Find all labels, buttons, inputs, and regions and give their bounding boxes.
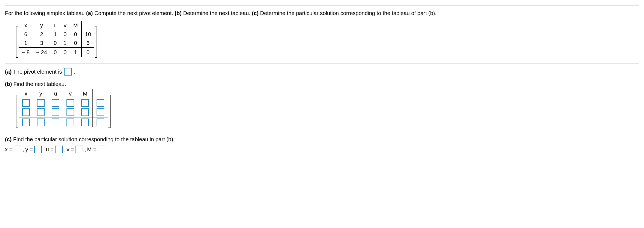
M-label: M = [87, 145, 96, 154]
tableau-input[interactable] [22, 108, 30, 116]
cell: 1 [50, 30, 60, 39]
col-header-y: y [33, 89, 48, 98]
tableau-input[interactable] [52, 108, 59, 116]
cell: 0 [82, 48, 94, 57]
v-input[interactable] [76, 146, 83, 153]
cell: 0 [70, 39, 82, 48]
intro-a-bold: (a) [86, 10, 93, 16]
x-label: x = [5, 145, 12, 154]
col-header-M: M [78, 89, 93, 98]
cell: 1 [19, 39, 33, 48]
cell: 1 [70, 48, 82, 57]
tableau-input[interactable] [66, 108, 74, 116]
col-header-v: v [60, 21, 70, 30]
problem-statement: For the following simplex tableau (a) Co… [5, 9, 639, 17]
cell: 6 [19, 30, 33, 39]
cell: 0 [60, 48, 70, 57]
part-a-text: The pivot element is [11, 69, 62, 75]
part-b-label: (b) [5, 81, 12, 87]
cell: 1 [60, 39, 70, 48]
col-header-u: u [50, 21, 60, 30]
tableau-input[interactable] [22, 99, 30, 107]
tableau-input[interactable] [37, 108, 45, 116]
part-c-label: (c) [5, 136, 11, 142]
tableau-input[interactable] [81, 119, 89, 126]
col-header-u: u [48, 89, 63, 98]
cell: 0 [50, 39, 60, 48]
tableau-input[interactable] [81, 99, 89, 107]
u-label: u = [46, 145, 54, 154]
intro-c-text: Determine the particular solution corres… [259, 10, 436, 16]
tableau-input[interactable] [97, 108, 104, 116]
comma: , [43, 145, 45, 154]
cell: − 8 [19, 48, 33, 57]
intro-c-bold: (c) [252, 10, 259, 16]
tableau-input[interactable] [81, 108, 89, 116]
cell: − 24 [33, 48, 50, 57]
intro-a-text: Compute the next pivot element. [93, 10, 175, 16]
u-input[interactable] [55, 146, 63, 153]
intro-lead: For the following simplex tableau [5, 10, 86, 16]
intro-b-bold: (b) [175, 10, 182, 16]
tableau-input[interactable] [37, 119, 45, 126]
col-header-M: M [70, 21, 82, 30]
table-row [19, 108, 108, 117]
part-a-label: (a) [5, 69, 11, 75]
y-label: y = [25, 145, 33, 154]
table-row [19, 98, 108, 108]
table-row: − 8 − 24 0 0 1 0 [19, 48, 94, 57]
cell: 2 [33, 30, 50, 39]
comma: , [85, 145, 86, 154]
y-input[interactable] [34, 146, 42, 153]
tableau-input[interactable] [52, 99, 59, 107]
col-header-y: y [33, 21, 50, 30]
tableau-input[interactable] [66, 119, 74, 126]
part-c-text: Find the particular solution correspondi… [11, 136, 175, 142]
comma: , [64, 145, 66, 154]
tableau-input[interactable] [97, 99, 104, 107]
col-header-x: x [19, 21, 33, 30]
M-input[interactable] [98, 146, 105, 153]
cell: 0 [50, 48, 60, 57]
intro-b-text: Determine the next tableau. [182, 10, 252, 16]
cell: 0 [60, 30, 70, 39]
v-label: v = [67, 145, 74, 154]
tableau-input[interactable] [22, 119, 30, 126]
tableau-input[interactable] [37, 99, 45, 107]
part-b-text: Find the next tableau. [12, 81, 66, 87]
pivot-element-input[interactable] [64, 68, 72, 76]
cell: 3 [33, 39, 50, 48]
initial-tableau: x y u v M 6 2 1 0 0 10 1 3 0 1 0 6 − 8 −… [16, 21, 97, 57]
table-row: 6 2 1 0 0 10 [19, 30, 94, 39]
x-input[interactable] [14, 146, 21, 153]
tableau-input[interactable] [97, 119, 104, 126]
comma: , [23, 145, 24, 154]
table-row [19, 117, 108, 127]
cell: 6 [82, 39, 94, 48]
col-header-x: x [19, 89, 33, 98]
table-row: 1 3 0 1 0 6 [19, 39, 94, 48]
part-a: (a) The pivot element is . [5, 67, 639, 76]
col-header-v: v [63, 89, 78, 98]
cell: 0 [70, 30, 82, 39]
cell: 10 [82, 30, 94, 39]
part-a-period: . [74, 68, 75, 76]
tableau-input[interactable] [52, 119, 59, 126]
part-b: (b) Find the next tableau. x y u v M [5, 80, 639, 131]
part-c: (c) Find the particular solution corresp… [5, 135, 639, 154]
tableau-input[interactable] [66, 99, 74, 107]
next-tableau: x y u v M [16, 89, 111, 127]
